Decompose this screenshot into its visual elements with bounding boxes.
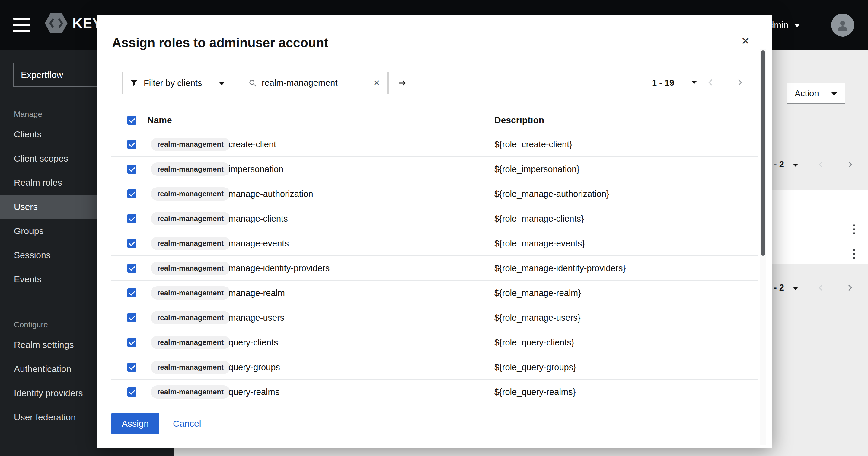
role-name: manage-realm — [228, 281, 285, 305]
avatar[interactable] — [831, 13, 854, 36]
role-name: manage-identity-providers — [228, 256, 330, 281]
row-checkbox[interactable] — [127, 189, 136, 198]
select-all-checkbox[interactable] — [127, 116, 136, 125]
client-badge: realm-management — [151, 261, 230, 275]
role-description: ${role_manage-users} — [494, 305, 580, 330]
client-badge: realm-management — [151, 361, 230, 374]
client-badge: realm-management — [151, 187, 230, 201]
menu-toggle-icon[interactable] — [13, 18, 30, 32]
chevron-left-icon[interactable] — [816, 283, 826, 292]
filter-dropdown-label: Filter by clients — [144, 78, 202, 88]
modal-scrollbar-thumb[interactable] — [761, 51, 765, 256]
filter-icon — [130, 79, 138, 87]
chevron-down-icon — [219, 82, 224, 85]
pagination-next-icon[interactable] — [735, 78, 745, 87]
client-badge: realm-management — [151, 138, 230, 151]
role-description: ${role_query-clients} — [494, 330, 574, 355]
row-checkbox[interactable] — [127, 165, 136, 174]
kebab-menu-icon[interactable] — [853, 249, 856, 259]
column-header-name: Name — [147, 108, 172, 132]
role-name: manage-authorization — [228, 181, 313, 206]
column-header-description: Description — [494, 108, 544, 132]
role-description: ${role_manage-identity-providers} — [494, 256, 626, 281]
row-checkbox[interactable] — [127, 338, 136, 347]
pagination-range-dropdown[interactable]: 1 - 19 — [652, 78, 674, 88]
chevron-down-icon — [794, 24, 800, 27]
row-checkbox[interactable] — [127, 288, 136, 297]
action-dropdown-label: Action — [795, 88, 819, 98]
role-name: impersonation — [228, 157, 283, 181]
arrow-right-icon — [397, 79, 407, 87]
client-badge: realm-management — [151, 212, 230, 225]
bg-table-row-divider — [772, 240, 868, 240]
filter-by-clients-dropdown[interactable]: Filter by clients — [122, 72, 232, 94]
bg-pagination-range[interactable]: - 2 — [774, 160, 784, 169]
bg-table-row-divider — [772, 215, 868, 215]
role-name: create-client — [228, 132, 276, 157]
action-dropdown-button[interactable]: Action — [786, 83, 845, 104]
role-name: query-clients — [228, 330, 278, 355]
search-input[interactable] — [262, 78, 367, 88]
modal-title: Assign roles to adminuser account — [112, 35, 329, 50]
clear-search-icon[interactable]: ✕ — [372, 78, 381, 88]
search-submit-button[interactable] — [389, 72, 416, 94]
table-row: realm-management manage-clients ${role_m… — [112, 206, 758, 231]
chevron-down-icon — [793, 287, 798, 290]
role-name: query-groups — [228, 355, 280, 379]
bg-table-card — [772, 190, 868, 264]
sidebar-item-label: Sessions — [14, 250, 51, 260]
sidebar-item-label: Realm roles — [14, 177, 62, 188]
chevron-left-icon[interactable] — [816, 160, 826, 169]
table-row: realm-management manage-authorization ${… — [112, 181, 758, 206]
sidebar-item-label: Events — [14, 274, 42, 284]
role-description: ${role_manage-realm} — [494, 281, 581, 305]
cancel-link[interactable]: Cancel — [173, 413, 201, 434]
sidebar-item-label: Clients — [14, 129, 42, 140]
table-row: realm-management query-realms ${role_que… — [112, 379, 758, 404]
close-icon[interactable]: ✕ — [737, 33, 754, 49]
row-checkbox[interactable] — [127, 214, 136, 223]
row-checkbox[interactable] — [127, 264, 136, 273]
assign-button[interactable]: Assign — [112, 413, 159, 434]
bg-pagination-range[interactable]: - 2 — [774, 283, 784, 293]
table-row: realm-management create-client ${role_cr… — [112, 132, 758, 157]
bg-pagination-top: - 2 — [772, 154, 868, 175]
keycloak-logo-icon — [45, 13, 68, 33]
role-name: query-realms — [228, 379, 279, 404]
role-name: manage-users — [228, 305, 284, 330]
user-icon — [835, 18, 850, 32]
sidebar-item-label: User federation — [14, 412, 76, 423]
client-badge: realm-management — [151, 286, 230, 300]
role-description: ${role_query-realms} — [494, 379, 576, 404]
role-description: ${role_manage-events} — [494, 231, 585, 256]
table-row: realm-management manage-identity-provide… — [112, 256, 758, 281]
kebab-menu-icon[interactable] — [853, 224, 856, 234]
client-badge: realm-management — [151, 385, 230, 399]
table-row: realm-management manage-users ${role_man… — [112, 305, 758, 330]
chevron-down-icon — [832, 92, 837, 95]
roles-table-body: realm-management create-client ${role_cr… — [112, 132, 758, 404]
row-checkbox[interactable] — [127, 363, 136, 372]
row-checkbox[interactable] — [127, 140, 136, 149]
chevron-right-icon[interactable] — [845, 283, 855, 292]
table-row: realm-management query-clients ${role_qu… — [112, 330, 758, 355]
client-badge: realm-management — [151, 336, 230, 349]
row-checkbox[interactable] — [127, 239, 136, 248]
sidebar-item-label: Client scopes — [14, 153, 68, 164]
page: KEYCLOAK admin Expertflow Manage Clients — [0, 0, 868, 456]
sidebar-item-label: Authentication — [14, 364, 71, 374]
sidebar-item-label: Realm settings — [14, 340, 74, 350]
pagination-prev-icon[interactable] — [706, 78, 716, 87]
sidebar-item-label: Groups — [14, 226, 43, 236]
roles-table-header: Name Description — [112, 108, 758, 132]
role-description: ${role_impersonation} — [494, 157, 580, 181]
row-checkbox[interactable] — [127, 388, 136, 397]
search-icon — [248, 79, 257, 87]
table-row: realm-management manage-events ${role_ma… — [112, 231, 758, 256]
chevron-right-icon[interactable] — [845, 160, 855, 169]
row-checkbox[interactable] — [127, 313, 136, 322]
role-description: ${role_create-client} — [494, 132, 572, 157]
sidebar-item-label: Identity providers — [14, 388, 83, 398]
bg-pagination-bottom: - 2 — [772, 278, 868, 298]
sidebar-item-label: Users — [14, 202, 37, 212]
